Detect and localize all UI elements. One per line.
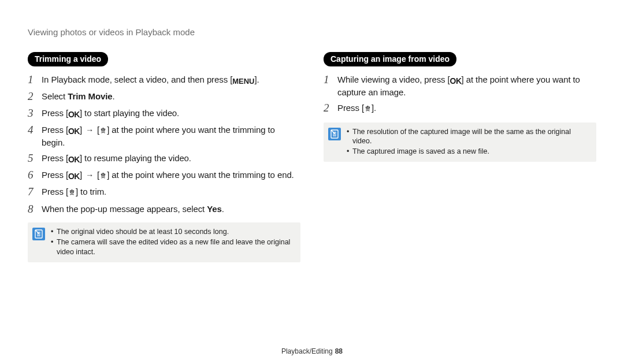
svg-point-6 xyxy=(103,174,104,176)
step-text: When the pop-up message appears, select … xyxy=(42,203,300,215)
step-number: 2 xyxy=(324,102,337,115)
note-item: The original video should be at least 10… xyxy=(51,227,295,237)
step-number: 5 xyxy=(28,152,42,165)
svg-point-12 xyxy=(71,191,72,192)
ok-icon: OK xyxy=(68,109,80,120)
note-icon xyxy=(328,128,341,140)
svg-point-5 xyxy=(103,130,105,132)
step-number: 1 xyxy=(28,73,42,87)
svg-point-4 xyxy=(101,130,103,132)
menu-icon: MENU xyxy=(232,76,254,87)
svg-point-26 xyxy=(366,108,367,110)
svg-point-9 xyxy=(104,173,106,175)
svg-point-2 xyxy=(101,128,102,130)
svg-point-14 xyxy=(69,190,71,192)
step-item: 6Press [OK] → [] at the point where you … xyxy=(28,169,300,182)
note-item: The resolution of the captured image wil… xyxy=(347,127,590,147)
page-footer: Playback/Editing88 xyxy=(0,347,624,356)
svg-point-3 xyxy=(104,128,106,130)
steps-list-right: 1While viewing a video, press [OK] at th… xyxy=(324,73,596,115)
step-text: In Playback mode, select a video, and th… xyxy=(42,73,300,87)
note-box-left: The original video should be at least 10… xyxy=(28,222,300,262)
svg-point-25 xyxy=(368,106,370,108)
step-item: 2Select Trim Movie. xyxy=(28,90,300,103)
macro-flower-icon xyxy=(364,103,372,115)
svg-point-11 xyxy=(103,175,105,177)
step-text: While viewing a video, press [OK] at the… xyxy=(337,73,596,98)
two-column-layout: Trimming a video 1In Playback mode, sele… xyxy=(28,52,596,262)
svg-point-16 xyxy=(70,192,72,194)
manual-page: Viewing photos or videos in Playback mod… xyxy=(0,0,624,364)
step-item: 2Press []. xyxy=(324,102,596,115)
right-column: Capturing an image from video 1While vie… xyxy=(324,52,596,262)
step-text: Press [OK] → [] at the point where you w… xyxy=(42,169,300,182)
bold-text: Trim Movie xyxy=(68,91,112,101)
step-text: Press [OK] to start playing the video. xyxy=(42,107,300,120)
step-item: 5Press [OK] to resume playing the video. xyxy=(28,152,300,165)
svg-point-15 xyxy=(72,190,74,192)
step-item: 7Press [] to trim. xyxy=(28,185,300,199)
step-text: Press [] to trim. xyxy=(42,185,300,199)
note-list-right: The resolution of the captured image wil… xyxy=(347,127,590,158)
section-title-capturing: Capturing an image from video xyxy=(324,52,456,66)
step-number: 1 xyxy=(324,73,337,87)
svg-point-22 xyxy=(367,107,368,109)
svg-point-13 xyxy=(72,190,73,191)
step-text: Press [OK] → [] at the point where you w… xyxy=(42,124,300,149)
note-item: The captured image is saved as a new fil… xyxy=(347,147,590,157)
step-number: 4 xyxy=(28,124,42,137)
step-item: 3Press [OK] to start playing the video. xyxy=(28,107,300,120)
macro-flower-icon xyxy=(68,187,76,199)
svg-point-8 xyxy=(101,173,102,175)
step-text: Press [OK] to resume playing the video. xyxy=(42,152,300,165)
svg-point-17 xyxy=(72,192,74,194)
svg-point-1 xyxy=(103,128,104,129)
svg-point-0 xyxy=(103,129,104,130)
ok-icon: OK xyxy=(68,171,80,182)
step-item: 1While viewing a video, press [OK] at th… xyxy=(324,73,596,98)
svg-point-7 xyxy=(103,173,104,174)
note-box-right: The resolution of the captured image wil… xyxy=(324,122,596,162)
section-title-trimming: Trimming a video xyxy=(28,52,108,66)
step-text: Press []. xyxy=(337,102,596,115)
ok-icon: OK xyxy=(68,126,80,137)
left-column: Trimming a video 1In Playback mode, sele… xyxy=(28,52,300,262)
svg-point-24 xyxy=(365,106,367,108)
footer-page-number: 88 xyxy=(335,347,343,355)
macro-flower-icon xyxy=(99,125,107,137)
step-item: 8When the pop-up message appears, select… xyxy=(28,203,300,216)
note-icon xyxy=(32,228,45,240)
step-number: 6 xyxy=(28,169,42,182)
note-list-left: The original video should be at least 10… xyxy=(51,227,295,258)
arrow-right-icon: → xyxy=(86,170,94,181)
step-number: 3 xyxy=(28,107,42,120)
macro-flower-icon xyxy=(99,170,107,182)
step-item: 4Press [OK] → [] at the point where you … xyxy=(28,124,300,149)
step-number: 8 xyxy=(28,203,42,216)
footer-section: Playback/Editing xyxy=(281,347,333,355)
bold-text: Yes xyxy=(207,204,222,214)
svg-point-27 xyxy=(368,108,370,110)
step-item: 1In Playback mode, select a video, and t… xyxy=(28,73,300,87)
step-number: 7 xyxy=(28,185,42,199)
svg-point-23 xyxy=(367,106,369,107)
ok-icon: OK xyxy=(450,76,462,87)
ok-icon: OK xyxy=(68,154,80,165)
page-header: Viewing photos or videos in Playback mod… xyxy=(28,27,596,38)
note-item: The camera will save the edited video as… xyxy=(51,237,295,257)
step-number: 2 xyxy=(28,90,42,103)
svg-point-10 xyxy=(101,175,103,177)
arrow-right-icon: → xyxy=(86,125,94,136)
step-text: Select Trim Movie. xyxy=(42,90,300,102)
steps-list-left: 1In Playback mode, select a video, and t… xyxy=(28,73,300,216)
